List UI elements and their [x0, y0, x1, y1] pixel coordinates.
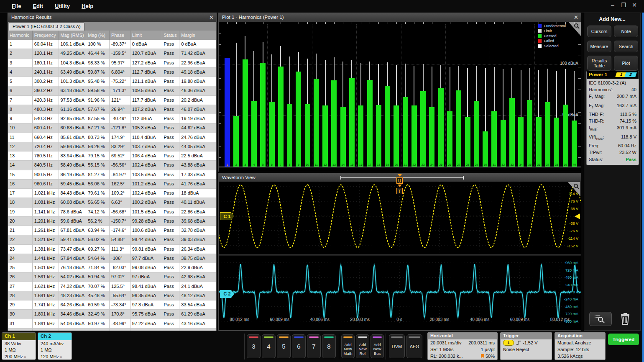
harmonic-bar[interactable] — [305, 104, 310, 167]
harmonic-bar[interactable] — [225, 58, 230, 167]
harmonic-bar[interactable] — [509, 98, 515, 167]
table-row[interactable]: 261.561 kHz54.02 dBuA50.94 %97.02°97 dBu… — [8, 272, 216, 282]
table-row[interactable]: 221.321 kHz59.41 dBuA56.02 %54.88°98.44 … — [8, 235, 216, 244]
harmonic-bar[interactable] — [322, 105, 328, 167]
power1-results-badge[interactable]: Power 1 12 IEC 61000-3-2 (A) Harmonics':… — [586, 71, 639, 165]
trigger-position-flag[interactable]: T — [396, 188, 403, 194]
add-new-plot-button[interactable]: Plot — [614, 56, 638, 71]
table-row[interactable]: 231.381 kHz73.47 dBuA69.27 %111.3°99.81 … — [8, 245, 216, 254]
harmonic-bar[interactable] — [358, 105, 363, 167]
add-new-results-table-button[interactable]: Results Table — [587, 56, 611, 71]
harmonic-bar[interactable] — [233, 116, 239, 167]
harmonic-bar[interactable] — [438, 88, 444, 167]
harmonic-bar[interactable] — [411, 105, 417, 167]
add-new-cursors-button[interactable]: Cursors — [587, 26, 611, 37]
trigger-panel[interactable]: Trigger 1 -1.52 V Noise Reject — [500, 332, 552, 360]
channel-8-button[interactable]: 8 — [322, 334, 336, 358]
tab-power1[interactable]: Power 1 (IEC 61000-3-2 Class A) — [9, 22, 84, 31]
harmonic-bar[interactable] — [314, 79, 319, 167]
table-row[interactable]: 201.201 kHz59.6 dBuA56.2 %-150.7°99.28 d… — [8, 217, 216, 226]
table-row[interactable]: 311.861 kHz54.06 dBuA50.97 %-48.99°97.22… — [8, 319, 216, 329]
table-row[interactable]: 301.801 kHz34.46 dBuA32.49 %170.8°95.75 … — [8, 310, 216, 319]
add-new-measure-button[interactable]: Measure — [587, 41, 611, 52]
table-row[interactable]: 160.04 Hz106.1 dBuA100 %-89.37°0 dBuAPas… — [8, 40, 216, 49]
ch2-badge[interactable]: Ch 2240 mA/div1 MΩ120 MHz » — [38, 332, 72, 360]
harmonic-bar[interactable] — [260, 63, 266, 167]
table-row[interactable]: 191.141 kHz78.6 dBuA74.12 %-56.68°101.5 … — [8, 208, 216, 217]
table-row[interactable]: 15900.5 Hz86.19 dBuA81.27 %-84.97°103.5 … — [8, 170, 216, 180]
harmonic-bar[interactable] — [340, 107, 346, 167]
table-row[interactable]: 211.261 kHz67.81 dBuA63.94 %-174.6°100.6… — [8, 226, 216, 235]
results-panel-titlebar[interactable]: Harmonics Results ✕ — [8, 13, 216, 22]
add-new-ref-button[interactable]: Add New Ref — [356, 334, 369, 358]
harmonic-bar[interactable] — [349, 78, 355, 167]
zoom-results-button[interactable] — [589, 312, 612, 326]
plot-panel-titlebar[interactable]: Plot 1 - Harmonics (Power 1) ✕ — [219, 13, 581, 22]
harmonic-bar[interactable] — [536, 117, 542, 167]
table-row[interactable]: 291.741 kHz64.26 dBuA60.59 %-73.34°97.8 … — [8, 300, 216, 310]
table-row[interactable]: 5300.2 Hz101.3 dBuA95.48 %-75.22°121.1 d… — [8, 77, 216, 86]
ch1-level-arrow-icon[interactable] — [575, 213, 580, 219]
menu-help[interactable]: Help — [76, 0, 99, 9]
results-close-icon[interactable]: ✕ — [209, 13, 214, 22]
add-new-math-button[interactable]: Add New Math — [341, 334, 355, 358]
harmonic-bar[interactable] — [296, 72, 301, 167]
harmonic-bar[interactable] — [518, 117, 524, 167]
table-row[interactable]: 14840.5 Hz58.49 dBuA55.15 %-56.56°102.4 … — [8, 161, 216, 170]
table-row[interactable]: 12720.4 Hz59.66 dBuA56.26 %83.29°103.7 d… — [8, 142, 216, 151]
harmonic-bar[interactable] — [429, 107, 434, 167]
table-row[interactable]: 6360.2 Hz63.18 dBuA59.58 %-171.3°109.5 d… — [8, 86, 216, 95]
harmonic-bar[interactable] — [572, 121, 577, 167]
acquisition-panel[interactable]: Acquisition Manual, AnalyzeSample: 12 bi… — [555, 332, 606, 360]
harmonic-bar[interactable] — [331, 80, 337, 167]
table-row[interactable]: 281.681 kHz48.23 dBuA45.48 %-55.64°96.35… — [8, 291, 216, 300]
table-row[interactable]: 241.441 kHz57.94 dBuA54.64 %-106°97.7 dB… — [8, 254, 216, 263]
menu-edit[interactable]: Edit — [27, 0, 49, 9]
menu-file[interactable]: File — [6, 0, 27, 9]
table-row[interactable]: 2120.1 Hz49.25 dBuA46.44 %-159.5°120.7 d… — [8, 49, 216, 58]
harmonic-bar[interactable] — [483, 131, 488, 167]
harmonic-bar[interactable] — [394, 105, 399, 167]
harmonic-bar[interactable] — [474, 101, 479, 167]
harmonic-bar[interactable] — [287, 104, 292, 167]
harmonic-bar[interactable] — [251, 101, 257, 167]
harmonic-bar[interactable] — [527, 100, 532, 167]
channel-4-button[interactable]: 4 — [262, 334, 276, 358]
horizontal-panel[interactable]: Horizontal 20.0031 ms/div200.0311 msSR: … — [427, 332, 498, 360]
table-row[interactable]: 7420.3 Hz97.53 dBuA91.96 %121°117.7 dBuA… — [8, 96, 216, 105]
table-row[interactable]: 181.081 kHz60.08 dBuA56.65 %6.63°100.2 d… — [8, 198, 216, 207]
table-row[interactable]: 251.501 kHz76.18 dBuA71.84 %-62.03°99.08… — [8, 263, 216, 272]
add-new-search-button[interactable]: Search — [614, 41, 638, 52]
afg-button[interactable]: AFG — [406, 334, 422, 358]
table-row[interactable]: 271.621 kHz74.32 dBuA70.07 %125.5°98.41 … — [8, 282, 216, 291]
plot-close-icon[interactable]: ✕ — [574, 13, 578, 22]
dvm-button[interactable]: DVM — [389, 334, 405, 358]
harmonic-bar[interactable] — [403, 97, 408, 167]
harmonic-bar[interactable] — [447, 111, 452, 167]
harmonic-bar[interactable] — [420, 91, 426, 167]
table-row[interactable]: 3180.1 Hz104.3 dBuA98.33 %95.97°127.2 dB… — [8, 59, 216, 68]
harmonic-bar[interactable] — [278, 67, 284, 167]
harmonic-bar[interactable] — [501, 120, 506, 167]
channel-6-button[interactable]: 6 — [292, 334, 306, 358]
table-row[interactable]: 8480.3 Hz61.16 dBuA57.67 %26.94°107.2 dB… — [8, 105, 216, 114]
table-row[interactable]: 10600.4 Hz60.68 dBuA57.21 %-121.8°105.3 … — [8, 123, 216, 133]
trash-icon[interactable] — [620, 313, 630, 327]
menu-utility[interactable]: Utility — [49, 0, 76, 9]
table-row[interactable]: 16960.6 Hz59.45 dBuA56.06 %162.5°101.2 d… — [8, 180, 216, 189]
channel-3-button[interactable]: 3 — [247, 334, 261, 358]
plot-zoom-corner-icon[interactable] — [568, 22, 581, 36]
table-row[interactable]: 4240.1 Hz63.49 dBuA59.87 %6.804°112.7 dB… — [8, 68, 216, 77]
restore-icon[interactable]: ❐ — [618, 2, 629, 8]
harmonic-bar[interactable] — [385, 86, 390, 167]
harmonic-bar[interactable] — [243, 59, 248, 167]
minimize-icon[interactable]: – — [607, 2, 618, 8]
channel-5-button[interactable]: 5 — [277, 334, 291, 358]
upper-marker-flag[interactable]: U — [396, 177, 403, 184]
harmonic-bar[interactable] — [456, 90, 461, 167]
table-row[interactable]: 171.021 kHz84.43 dBuA79.61 %109.2°102.4 … — [8, 189, 216, 198]
close-icon[interactable]: ✕ — [629, 2, 640, 8]
harmonic-bar[interactable] — [367, 80, 373, 167]
table-row[interactable]: 11660.4 Hz85.61 dBuA80.73 %174.9°110.4 d… — [8, 133, 216, 142]
harmonic-bar[interactable] — [465, 117, 470, 167]
